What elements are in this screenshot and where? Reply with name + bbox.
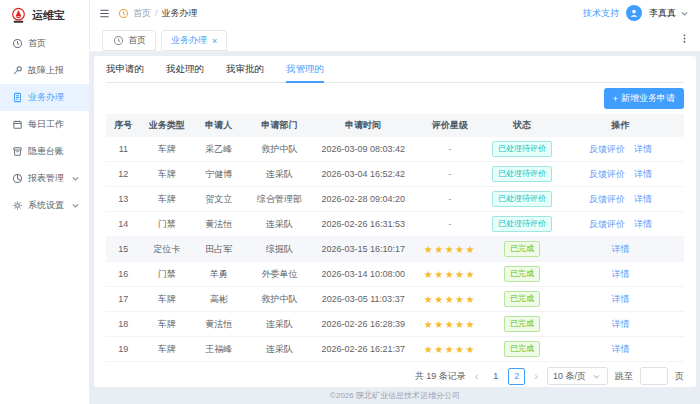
cell-apply-time: 2026-02-26 16:28:39 <box>314 319 412 329</box>
status-badge: 已完成 <box>504 241 540 257</box>
cell-rating: ★★★★★ <box>412 244 487 255</box>
cell-business-type: 门禁 <box>141 268 193 281</box>
sidebar-item-home[interactable]: 首页 <box>0 30 89 57</box>
document-icon <box>11 92 23 104</box>
cell-no: 11 <box>106 144 141 154</box>
cell-status: 已完成 <box>487 241 556 257</box>
table-row: 11车牌采乙峰救护中队2026-03-09 08:03:42-已处理待评价反馈评… <box>106 137 684 162</box>
table-row: 19车牌王福峰连采队2026-02-26 16:21:37★★★★★已完成详情 <box>106 337 684 362</box>
page-number-1[interactable]: 1 <box>487 368 504 385</box>
jump-suffix: 页 <box>675 370 684 383</box>
sidebar-item-report-mgmt[interactable]: 报表管理 <box>0 165 89 192</box>
page-number-2[interactable]: 2 <box>508 368 525 385</box>
feedback-review-link[interactable]: 反馈评价 <box>589 219 625 229</box>
breadcrumb: 首页 / 业务办理 <box>117 7 198 20</box>
sidebar-item-label: 隐患台账 <box>28 145 64 158</box>
cell-status: 已处理待评价 <box>487 216 556 232</box>
total-records: 共 19 条记录 <box>415 370 466 383</box>
close-tab-icon[interactable]: × <box>212 36 217 46</box>
collapse-sidebar-icon[interactable] <box>98 7 110 19</box>
cell-no: 19 <box>106 344 141 354</box>
filter-tab-3[interactable]: 我管理的 <box>286 56 324 82</box>
next-page-icon[interactable]: › <box>532 370 540 382</box>
cell-applicant: 采乙峰 <box>193 143 245 156</box>
sidebar-item-hazard-ledger[interactable]: 隐患台账 <box>0 138 89 165</box>
cell-rating: ★★★★★ <box>412 344 487 355</box>
add-application-button[interactable]: + 新增业务申请 <box>604 88 684 109</box>
brand-logo-icon <box>10 7 27 24</box>
cell-department: 连采队 <box>245 343 314 356</box>
page-tab-home[interactable]: 首页 <box>102 30 156 51</box>
cell-apply-time: 2026-03-15 16:10:17 <box>314 244 412 254</box>
details-link[interactable]: 详情 <box>634 219 652 229</box>
user-menu[interactable]: 李真真 <box>649 7 690 20</box>
cell-department: 外委单位 <box>245 268 314 281</box>
table-header: 序号业务类型申请人申请部门申请时间评价星级状态操作 <box>106 114 684 137</box>
cell-rating: - <box>412 144 487 154</box>
cell-business-type: 车牌 <box>141 168 193 181</box>
no-rating: - <box>448 144 451 154</box>
app-window: 运维宝 首页故障上报业务办理每日工作隐患台账报表管理系统设置 首页 / 业务办理… <box>0 0 700 404</box>
cell-status: 已完成 <box>487 341 556 357</box>
details-link[interactable]: 详情 <box>611 294 629 304</box>
cell-no: 16 <box>106 269 141 279</box>
column-header: 操作 <box>557 119 684 132</box>
table-row: 17车牌高彬救护中队2026-03-05 11:03:37★★★★★已完成详情 <box>106 287 684 312</box>
cell-rating: ★★★★★ <box>412 319 487 330</box>
page-size-select[interactable]: 10 条/页 <box>547 367 608 385</box>
sidebar-item-daily-work[interactable]: 每日工作 <box>0 111 89 138</box>
status-badge: 已处理待评价 <box>492 141 552 157</box>
sidebar-item-label: 报表管理 <box>28 172 64 185</box>
user-icon <box>629 8 639 18</box>
cell-actions: 反馈评价详情 <box>557 218 684 231</box>
filter-tab-0[interactable]: 我申请的 <box>106 56 144 82</box>
tab-options-icon[interactable] <box>678 33 690 45</box>
cell-apply-time: 2026-03-04 16:52:42 <box>314 169 412 179</box>
cell-department: 救护中队 <box>245 143 314 156</box>
feedback-review-link[interactable]: 反馈评价 <box>589 144 625 154</box>
sidebar: 运维宝 首页故障上报业务办理每日工作隐患台账报表管理系统设置 <box>0 0 90 404</box>
column-header: 申请时间 <box>314 119 412 132</box>
breadcrumb-separator: / <box>155 8 158 18</box>
user-avatar[interactable] <box>626 5 642 21</box>
feedback-review-link[interactable]: 反馈评价 <box>589 194 625 204</box>
chevron-down-icon <box>69 200 81 212</box>
column-header: 申请部门 <box>245 119 314 132</box>
cell-applicant: 宁健博 <box>193 168 245 181</box>
details-link[interactable]: 详情 <box>611 244 629 254</box>
filter-tab-2[interactable]: 我审批的 <box>226 56 264 82</box>
details-link[interactable]: 详情 <box>634 169 652 179</box>
cell-no: 18 <box>106 319 141 329</box>
cell-applicant: 黄法恒 <box>193 318 245 331</box>
sidebar-item-system-settings[interactable]: 系统设置 <box>0 192 89 219</box>
details-link[interactable]: 详情 <box>634 144 652 154</box>
sidebar-item-fault-report[interactable]: 故障上报 <box>0 57 89 84</box>
sidebar-item-label: 故障上报 <box>28 64 64 77</box>
details-link[interactable]: 详情 <box>611 319 629 329</box>
details-link[interactable]: 详情 <box>634 194 652 204</box>
star-rating: ★★★★★ <box>424 269 476 280</box>
chevron-down-icon <box>678 7 690 19</box>
feedback-review-link[interactable]: 反馈评价 <box>589 169 625 179</box>
tech-support-link[interactable]: 技术支持 <box>583 7 619 20</box>
details-link[interactable]: 详情 <box>611 269 629 279</box>
jump-page-input[interactable] <box>640 367 668 385</box>
filter-tab-1[interactable]: 我处理的 <box>166 56 204 82</box>
cell-applicant: 高彬 <box>193 293 245 306</box>
cell-applicant: 羊勇 <box>193 268 245 281</box>
status-badge: 已完成 <box>504 266 540 282</box>
details-link[interactable]: 详情 <box>611 344 629 354</box>
breadcrumb-home-icon <box>117 7 129 19</box>
prev-page-icon[interactable]: ‹ <box>473 370 481 382</box>
sidebar-item-business[interactable]: 业务办理 <box>0 84 89 111</box>
cell-rating: - <box>412 219 487 229</box>
business-card: 我申请的我处理的我审批的我管理的 + 新增业务申请 序号业务类型申请人申请部门申… <box>94 56 696 387</box>
clock-icon <box>11 38 23 50</box>
cell-actions: 详情 <box>557 293 684 306</box>
breadcrumb-home[interactable]: 首页 <box>133 7 151 20</box>
cell-department: 综掘队 <box>245 243 314 256</box>
page-tab-business[interactable]: 业务办理× <box>161 30 227 51</box>
cell-apply-time: 2026-02-26 16:31:53 <box>314 219 412 229</box>
cell-applicant: 贺文立 <box>193 193 245 206</box>
page-tab-label: 首页 <box>128 34 146 47</box>
